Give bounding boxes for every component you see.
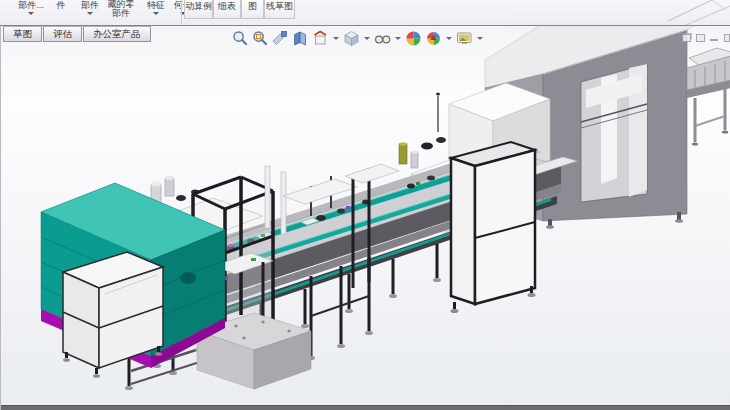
apply-scene-icon[interactable] [425,30,442,47]
commandmanager-tab-strip: 草图 评估 办公室产品 [3,26,152,42]
ribbon-item-label: 线草图 [266,1,293,11]
outfeed-roller-conveyor[interactable] [687,48,730,146]
ribbon-item-insert-components[interactable]: 部件... [12,1,50,15]
ribbon-item-label: 图 [248,1,257,11]
zoom-to-fit-icon[interactable] [232,30,249,47]
ribbon-item-label: 部件 [81,0,99,10]
ribbon-item-label: 藏的零部件 [108,0,135,18]
tab-label: 评估 [53,28,72,39]
ribbon-item-label: 部件... [18,0,44,10]
tab-label: 草图 [13,28,32,39]
minimize-window-icon[interactable] [710,34,719,42]
ribbon-item-label: 特征 [147,0,165,10]
command-ribbon: 部件... 件 部件 藏的零部件 特征 何体 动算例 细表 图 线草图 [0,0,730,26]
zoom-to-area-icon[interactable] [252,30,269,47]
ribbon-item-bill-of-materials[interactable]: 细表 [213,0,241,19]
view-pages-icon[interactable] [292,30,309,47]
dropdown-caret-icon[interactable] [395,37,401,40]
equipment-cabinet[interactable] [451,142,536,313]
corner-sketch-lines [660,0,730,25]
dropdown-caret-icon[interactable] [364,37,370,40]
section-view-icon[interactable] [272,30,289,47]
dropdown-caret-icon [153,12,159,15]
dropdown-caret-icon [28,12,34,15]
ribbon-item-move-component[interactable]: 部件 [76,1,104,15]
tile-window-icon[interactable] [696,34,705,42]
assembly-line-model[interactable] [1,26,730,410]
edge-window-icon[interactable] [724,34,730,42]
tab-label: 办公室产品 [93,28,141,39]
view-settings-icon[interactable] [456,30,473,47]
restore-window-icon[interactable] [682,34,691,42]
ribbon-item-label: 动算例 [185,1,212,11]
view-orientation-icon[interactable] [312,30,329,47]
dropdown-caret-icon[interactable] [446,37,452,40]
bottom-scrollbar[interactable] [1,405,730,410]
heads-up-view-toolbar [232,30,484,47]
ribbon-item-assembly-features[interactable]: 特征 [142,1,170,15]
ribbon-item-label: 细表 [218,1,236,11]
document-window-controls [682,34,728,42]
ribbon-item-show-hidden-components[interactable]: 藏的零部件 [106,0,136,18]
dropdown-caret-icon [87,12,93,15]
tab-evaluate[interactable]: 评估 [43,26,82,42]
ribbon-item-explode-line-sketch[interactable]: 线草图 [264,0,295,19]
dropdown-caret-icon[interactable] [333,37,339,40]
ribbon-group-separator [181,0,182,24]
ribbon-item-exploded-view[interactable]: 图 [241,0,264,19]
graphics-viewport[interactable] [0,26,730,410]
ribbon-item-motion-study[interactable]: 动算例 [184,0,213,19]
dropdown-caret-icon[interactable] [477,37,483,40]
tab-sketch[interactable]: 草图 [3,26,42,42]
edit-appearance-icon[interactable] [405,30,422,47]
ribbon-item-label: 件 [57,0,66,10]
tab-office-products[interactable]: 办公室产品 [83,26,151,42]
ribbon-item-smart-fasteners[interactable]: 件 [52,1,70,10]
hide-show-items-icon[interactable] [374,30,391,47]
display-style-icon[interactable] [343,30,360,47]
